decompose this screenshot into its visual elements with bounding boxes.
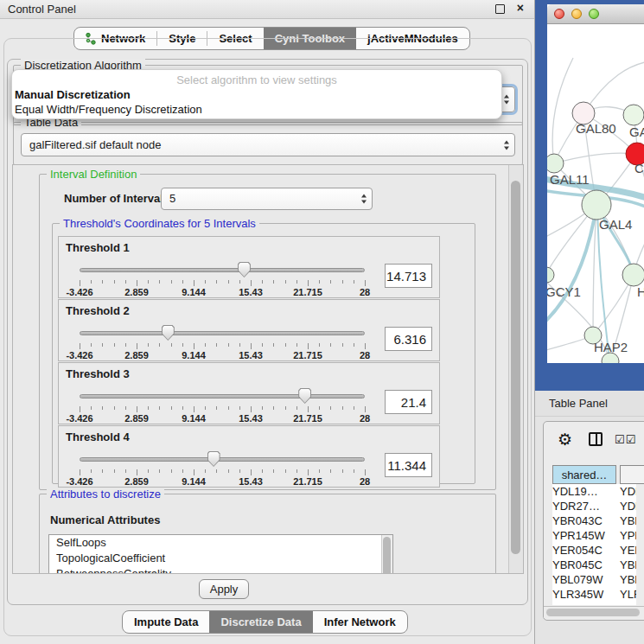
slider-handle[interactable]: [162, 325, 175, 341]
tab-label: Infer Network: [324, 615, 396, 628]
threshold-slider[interactable]: -3.4262.8599.14415.4321.71528: [80, 261, 365, 297]
network-edge: [552, 58, 573, 163]
scale-label: 9.144: [182, 413, 206, 424]
algorithm-option-equal-width-frequency-discretization[interactable]: Equal Width/Frequency Discretization: [12, 102, 501, 117]
apply-button[interactable]: Apply: [199, 579, 249, 599]
slider-handle[interactable]: [207, 451, 220, 467]
tab-impute-data[interactable]: Impute Data: [123, 611, 209, 633]
threshold-slider[interactable]: -3.4262.8599.14415.4321.71528: [80, 450, 365, 487]
table-row[interactable]: YBL079WYBL0: [552, 572, 636, 587]
slider-tick: [354, 280, 354, 284]
slider-handle[interactable]: [298, 388, 311, 404]
table-panel-titlebar: Table Panel: [535, 391, 644, 417]
hscrollbar-thumb[interactable]: [546, 609, 640, 616]
threshold-value-field[interactable]: 21.4: [385, 390, 432, 414]
table-row[interactable]: YBR045CYBR0: [552, 558, 636, 572]
slider-tick: [148, 280, 149, 284]
float-window-icon[interactable]: [495, 4, 505, 14]
tab-infer-network[interactable]: Infer Network: [313, 611, 407, 633]
table-row[interactable]: YER054CYER0: [552, 543, 636, 558]
table-row[interactable]: YIL052CYIL0: [552, 602, 636, 605]
threshold-value-field[interactable]: 11.344: [385, 453, 432, 477]
attribute-item-topologicalcoefficient[interactable]: TopologicalCoefficient: [49, 551, 392, 566]
cell-shared-name: YIL052C: [552, 602, 616, 605]
numerical-attributes-list[interactable]: SelfLoopsTopologicalCoefficientBetweenne…: [48, 534, 393, 574]
threshold-slider[interactable]: -3.4262.8599.14415.4321.71528: [80, 324, 365, 360]
table-column-header-na[interactable]: na: [620, 465, 644, 484]
threshold-value-field[interactable]: 6.316: [385, 327, 432, 351]
slider-handle[interactable]: [238, 262, 251, 277]
interval-definition-group: Interval Definition Number of Intervals …: [39, 174, 496, 490]
slider-tick: [171, 280, 172, 284]
slider-tick: [148, 469, 149, 473]
tab-discretize-data[interactable]: Discretize Data: [209, 611, 312, 633]
table-row[interactable]: YPR145WYPR1: [552, 528, 636, 543]
cell-name: YPR1: [620, 528, 636, 543]
network-node-gal11[interactable]: [547, 154, 564, 173]
node-label: GCY1: [547, 284, 581, 299]
algorithm-option-manual-discretization[interactable]: Manual Discretization: [12, 87, 501, 102]
slider-tick: [342, 469, 343, 473]
slider-tick: [239, 406, 240, 410]
slider-tick: [182, 469, 183, 473]
number-of-intervals-label: Number of Intervals: [64, 192, 169, 205]
cell-name: YIL0: [620, 602, 636, 605]
network-node-h[interactable]: [622, 264, 644, 286]
slider-tick: [273, 406, 274, 410]
slider-tick: [251, 469, 252, 475]
attributes-scrollbar[interactable]: [381, 535, 392, 574]
scale-label: 21.715: [293, 287, 322, 297]
slider-tick: [296, 343, 297, 347]
slider-tick: [228, 343, 229, 347]
minimize-traffic-light-icon[interactable]: [571, 9, 582, 19]
slider-tick: [308, 469, 309, 475]
zoom-traffic-light-icon[interactable]: [589, 9, 599, 19]
network-node-gal4[interactable]: [582, 190, 611, 220]
network-canvas[interactable]: GAL80GACGAL11GAL4GCY1HHAP2: [547, 23, 644, 363]
table-data-select[interactable]: galFiltered.sif default node: [21, 133, 515, 156]
network-node-ga[interactable]: [623, 105, 644, 125]
slider-tick: [308, 406, 309, 412]
threshold-label: Threshold 3: [66, 367, 130, 380]
table-panel-window: ⚙ ☑☑ shared…na YDL19…YDL1YDR27…YDR2YBR04…: [543, 421, 644, 621]
table-horizontal-scrollbar[interactable]: [544, 606, 644, 618]
close-traffic-light-icon[interactable]: [554, 9, 564, 19]
number-of-intervals-select[interactable]: 5: [161, 188, 373, 210]
settings-scrollbar-track[interactable]: [508, 165, 523, 573]
cell-name: YLR3: [620, 587, 636, 602]
close-icon[interactable]: ×: [517, 1, 524, 15]
split-pane-icon[interactable]: [589, 432, 603, 446]
gear-icon[interactable]: ⚙: [558, 430, 572, 450]
bottom-tabbar: Impute DataDiscretize DataInfer Network: [122, 610, 408, 634]
table-panel-toolbar: ⚙ ☑☑: [544, 422, 644, 460]
cell-name: YBR0: [620, 513, 636, 528]
slider-tick: [354, 343, 354, 347]
slider-tick: [308, 343, 309, 349]
network-edge: [547, 207, 596, 328]
threshold-slider[interactable]: -3.4262.8599.14415.4321.71528: [80, 387, 365, 424]
slider-track[interactable]: [80, 331, 365, 335]
slider-tick: [159, 280, 160, 284]
table-row[interactable]: YBR043CYBR0: [552, 513, 636, 528]
attribute-item-betweennesscentrality[interactable]: BetweennessCentrality: [49, 566, 392, 574]
table-row[interactable]: YLR345WYLR3: [552, 587, 636, 602]
checkbox-columns-icon[interactable]: ☑☑: [615, 433, 636, 446]
table-row[interactable]: YDR27…YDR2: [552, 499, 636, 513]
slider-tick: [285, 280, 286, 284]
slider-tick: [342, 280, 343, 284]
slider-track[interactable]: [80, 394, 365, 399]
cell-name: YBL0: [620, 572, 636, 587]
table-row[interactable]: YDL19…YDL1: [552, 484, 636, 499]
table-column-header-shared-[interactable]: shared…: [552, 465, 616, 484]
attributes-group: Attributes to discretize Numerical Attri…: [39, 494, 496, 574]
slider-track[interactable]: [80, 457, 365, 462]
settings-scrollbar-thumb[interactable]: [511, 181, 520, 554]
network-node-gcy1[interactable]: [547, 267, 554, 283]
slider-tick: [342, 406, 343, 410]
slider-track[interactable]: [80, 268, 365, 272]
attribute-item-selfloops[interactable]: SelfLoops: [49, 535, 392, 551]
slider-tick: [125, 469, 126, 473]
slider-tick: [182, 343, 183, 347]
threshold-value-field[interactable]: 14.713: [385, 264, 432, 288]
scale-label: 21.715: [293, 350, 322, 360]
